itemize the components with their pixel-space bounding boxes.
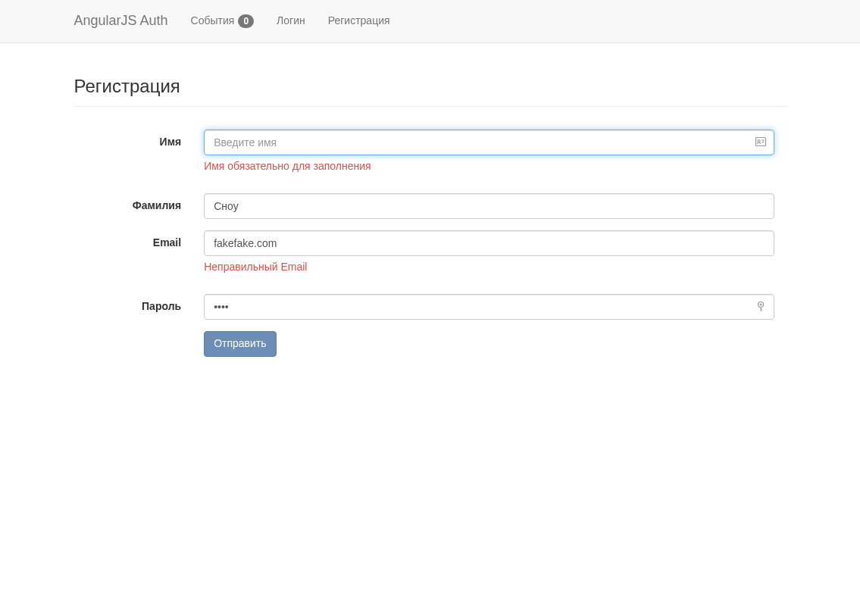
svg-point-5 — [760, 304, 761, 305]
surname-label: Фамилия — [74, 193, 193, 214]
page-header: Регистрация — [74, 73, 787, 107]
navbar-brand[interactable]: AngularJS Auth — [74, 0, 180, 42]
form-group-submit: Отправить — [74, 331, 787, 357]
registration-form: Имя Имя обязательно для заполнения Фамил… — [74, 130, 787, 357]
nav-link-events-label: События — [191, 14, 235, 29]
navbar: AngularJS Auth События 0 Логин Регистрац… — [0, 0, 860, 43]
nav-link-events[interactable]: События 0 — [180, 2, 265, 40]
nav-link-login[interactable]: Логин — [265, 2, 317, 40]
email-error: Неправильный Email — [204, 260, 774, 275]
contact-card-icon — [755, 136, 767, 148]
email-input[interactable] — [204, 230, 774, 256]
password-label: Пароль — [74, 294, 193, 314]
submit-button[interactable]: Отправить — [204, 331, 276, 357]
page-title: Регистрация — [74, 73, 787, 99]
svg-point-1 — [758, 139, 760, 142]
name-error: Имя обязательно для заполнения — [204, 159, 774, 174]
svg-rect-0 — [756, 137, 766, 145]
nav-link-register[interactable]: Регистрация — [317, 2, 402, 40]
password-input[interactable] — [204, 294, 774, 320]
svg-point-4 — [758, 302, 764, 307]
email-label: Email — [74, 230, 193, 251]
form-group-password: Пароль — [74, 294, 787, 320]
key-icon — [755, 300, 767, 312]
form-group-name: Имя Имя обязательно для заполнения — [74, 130, 787, 182]
form-group-surname: Фамилия — [74, 193, 787, 219]
name-input[interactable] — [204, 130, 774, 155]
form-group-email: Email Неправильный Email — [74, 230, 787, 283]
events-badge: 0 — [238, 14, 254, 28]
name-label: Имя — [74, 130, 193, 150]
surname-input[interactable] — [204, 193, 774, 219]
